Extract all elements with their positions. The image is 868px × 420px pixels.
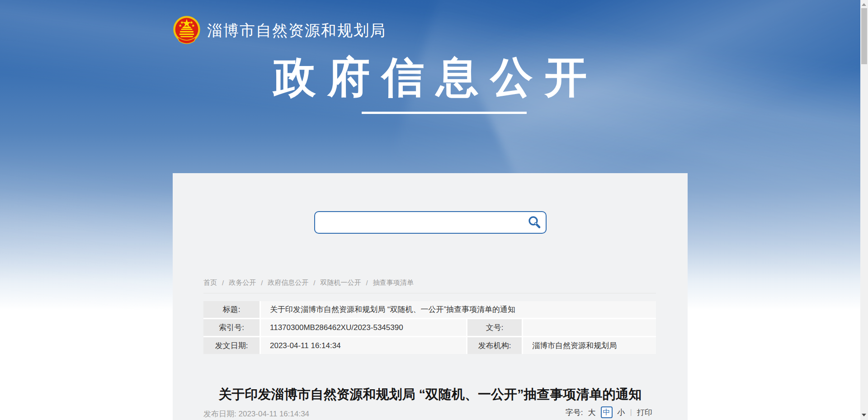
breadcrumb-separator: / [261, 279, 263, 287]
article-title: 关于印发淄博市自然资源和规划局 “双随机、一公开”抽查事项清单的通知 [173, 386, 688, 404]
scrollbar-up-arrow-icon[interactable] [862, 3, 866, 6]
info-index-value: 11370300MB286462XU/2023-5345390 [261, 319, 466, 336]
national-emblem-icon [173, 15, 201, 46]
font-size-small-button[interactable]: 小 [618, 407, 625, 418]
banner-title: 政府信息公开 [0, 49, 860, 106]
breadcrumb-item-home[interactable]: 首页 [203, 278, 217, 287]
publish-date: 发布日期: 2023-04-11 16:14:34 [203, 409, 309, 419]
breadcrumb-divider [203, 293, 656, 293]
content-panel: 首页 / 政务公开 / 政府信息公开 / 双随机一公开 / 抽查事项清单 标题:… [173, 173, 688, 420]
breadcrumb-item-info-disclosure[interactable]: 政府信息公开 [268, 278, 308, 287]
site-brand-link[interactable]: 淄博市自然资源和规划局 [173, 15, 386, 46]
search-button[interactable] [523, 212, 546, 233]
search-box [314, 211, 547, 234]
info-index-label: 索引号: [203, 319, 259, 336]
browser-scrollbar[interactable] [860, 0, 868, 420]
info-publisher-label: 发布机构: [467, 337, 522, 354]
page-root: 淄博市自然资源和规划局 政府信息公开 首页 / 政务公开 / 政府信息公开 / [0, 0, 868, 420]
info-issue-date-label: 发文日期: [203, 337, 259, 354]
info-doc-number-label: 文号: [467, 319, 522, 336]
publish-date-value: 2023-04-11 16:14:34 [238, 410, 309, 418]
info-doc-number-value [523, 319, 656, 336]
search-input[interactable] [315, 212, 523, 233]
font-size-large-button[interactable]: 大 [588, 407, 596, 418]
document-info-table: 标题: 关于印发淄博市自然资源和规划局 “双随机、一公开”抽查事项清单的通知 索… [203, 301, 656, 354]
font-size-label: 字号: [566, 407, 583, 418]
search-icon [527, 215, 542, 230]
breadcrumb-separator: / [366, 279, 368, 287]
info-title-label: 标题: [203, 301, 259, 318]
breadcrumb-separator: / [222, 279, 224, 287]
article-toolbar: 字号: 大 中 小 | 打印 [566, 406, 652, 418]
scrollbar-down-arrow-icon[interactable] [862, 414, 866, 416]
info-title-value: 关于印发淄博市自然资源和规划局 “双随机、一公开”抽查事项清单的通知 [261, 301, 656, 318]
breadcrumb-separator: / [313, 279, 315, 287]
info-issue-date-value: 2023-04-11 16:14:34 [261, 337, 466, 354]
print-button[interactable]: 打印 [637, 407, 652, 418]
scrollbar-thumb[interactable] [861, 8, 867, 64]
site-name[interactable]: 淄博市自然资源和规划局 [207, 20, 386, 41]
breadcrumb-item-double-random[interactable]: 双随机一公开 [321, 278, 361, 287]
info-publisher-value: 淄博市自然资源和规划局 [523, 337, 656, 354]
toolbar-divider: | [630, 408, 632, 417]
breadcrumb: 首页 / 政务公开 / 政府信息公开 / 双随机一公开 / 抽查事项清单 [203, 278, 414, 287]
breadcrumb-item-current: 抽查事项清单 [373, 278, 414, 287]
breadcrumb-item-government-affairs[interactable]: 政务公开 [229, 278, 256, 287]
banner-title-underline [362, 112, 527, 114]
publish-date-label: 发布日期: [203, 410, 236, 418]
font-size-medium-button[interactable]: 中 [601, 406, 613, 418]
